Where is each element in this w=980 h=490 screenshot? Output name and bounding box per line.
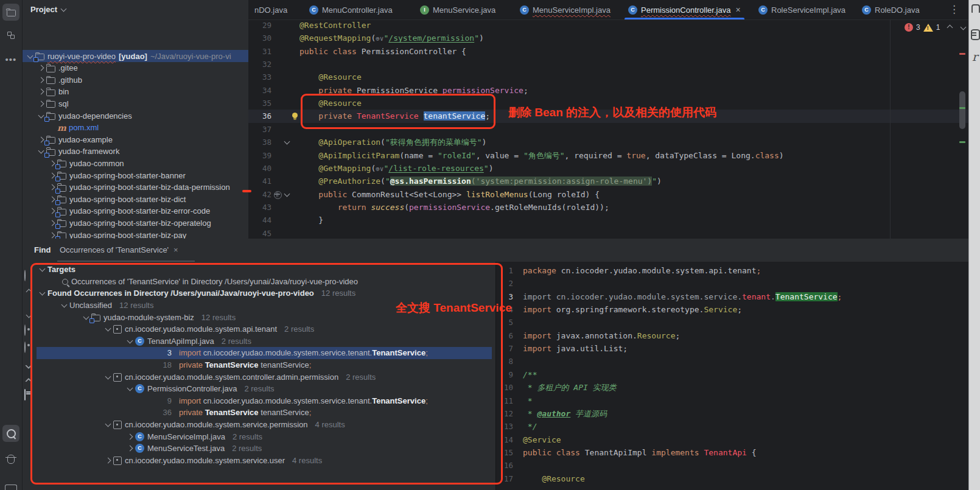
code-line-32[interactable]: 32 (248, 58, 968, 71)
code-line-41[interactable]: 41 @PreAuthorize("@ss.hasPermission('sys… (248, 175, 968, 187)
preview-line-4[interactable]: 4import org.springframework.stereotype.S… (496, 303, 969, 316)
tab-PermissionController.java[interactable]: CPermissionController.java× (623, 0, 746, 19)
find-tree-node[interactable]: cn.iocoder.yudao.module.system.service.u… (37, 455, 492, 467)
chevron-right-icon[interactable] (105, 457, 111, 463)
preview-line-1[interactable]: 1package cn.iocoder.yudao.module.system.… (496, 264, 969, 277)
tabs-overflow-icon[interactable]: ⋮ (949, 3, 959, 16)
arrow-down-icon[interactable] (24, 307, 34, 317)
close-icon[interactable]: × (735, 5, 740, 15)
code-line-43[interactable]: 43 return success(permissionService.getR… (248, 201, 968, 214)
chevron-down-icon[interactable] (40, 266, 46, 272)
project-tree-item[interactable]: sql (22, 97, 248, 110)
code-line-45[interactable]: 45 (248, 227, 968, 239)
preview-line-13[interactable]: 13 */ (496, 420, 969, 433)
editor-scrollbar-thumb[interactable] (959, 91, 965, 129)
find-result-row[interactable]: 3import cn.iocoder.yudao.module.system.s… (37, 347, 492, 359)
more-tools-button[interactable]: ••• (2, 51, 19, 68)
chevron-right-icon[interactable] (38, 100, 44, 107)
close-icon[interactable]: × (173, 245, 178, 254)
find-tree-node[interactable]: Occurrences of 'TenantService' in Direct… (37, 276, 492, 288)
code-line-44[interactable]: 44 } (248, 214, 968, 226)
chevron-down-icon[interactable] (127, 337, 133, 343)
project-tree-item[interactable]: yudao-spring-boot-starter-biz-error-code (22, 205, 248, 217)
structure-tool-button[interactable] (2, 27, 19, 44)
preview-editor[interactable]: 1package cn.iocoder.yudao.module.system.… (495, 262, 969, 490)
tab-MenuService.java[interactable]: IMenuService.java (415, 0, 500, 19)
project-tree-item[interactable]: yudao-dependencies (22, 110, 248, 122)
code-line-29[interactable]: 29@RestController (248, 19, 968, 32)
chevron-right-icon[interactable] (38, 136, 44, 142)
search-tool-button[interactable] (2, 425, 19, 442)
tab-nDO.java[interactable]: nDO.java (250, 0, 292, 19)
project-tree-item[interactable]: mpom.xml (22, 122, 248, 134)
tab-RoleDO.java[interactable]: CRoleDO.java (857, 0, 925, 19)
find-tree-node[interactable]: cn.iocoder.yudao.module.system.api.tenan… (37, 323, 492, 335)
preview-line-5[interactable]: 5 (496, 316, 969, 329)
preview-line-14[interactable]: 14@Service (496, 433, 969, 446)
find-tree-node[interactable]: CMenuServiceImpl.java2 results (37, 430, 492, 443)
find-tab[interactable]: Occurrences of 'TenantService' × (60, 245, 178, 254)
preview-line-11[interactable]: 11 * (496, 394, 969, 407)
preview-line-7[interactable]: 7import java.util.List; (496, 342, 969, 355)
code-line-40[interactable]: 40 @GetMapping(⊕∨"/list-role-resources") (248, 162, 968, 175)
chevron-right-icon[interactable] (38, 65, 44, 71)
preview-line-16[interactable]: 16 (496, 459, 969, 472)
chevron-down-icon[interactable] (27, 52, 33, 58)
code-line-34[interactable]: 34 private PermissionService permissionS… (248, 84, 968, 97)
chevron-right-icon[interactable] (49, 160, 55, 166)
chevron-right-icon[interactable] (49, 172, 55, 178)
inspections-widget[interactable]: ! 3 1 (905, 23, 965, 32)
code-line-30[interactable]: 30@RequestMapping(⊕∨"/system/permission"… (248, 32, 968, 44)
fold-icon[interactable] (284, 191, 290, 197)
chevron-right-icon[interactable] (38, 89, 44, 95)
project-tree-item[interactable]: yudao-common (22, 157, 248, 169)
find-tree-node[interactable]: cn.iocoder.yudao.module.system.controlle… (37, 371, 492, 383)
chevron-down-icon[interactable] (38, 148, 44, 154)
code-line-31[interactable]: 31public class PermissionController { (248, 45, 968, 58)
find-tree-node[interactable]: Found Occurrences in Directory /Users/yu… (37, 287, 492, 299)
find-tree-node[interactable]: CMenuServiceTest.java2 results (37, 443, 492, 455)
code-line-37[interactable]: 37 (248, 123, 968, 136)
find-tree-node[interactable]: cn.iocoder.yudao.module.system.service.p… (37, 419, 492, 431)
preview-line-3[interactable]: 3import cn.iocoder.yudao.module.system.s… (496, 290, 969, 303)
find-result-row[interactable]: 36private TenantService tenantService; (37, 407, 492, 419)
find-tree-node[interactable]: CPermissionController.java2 results (37, 383, 492, 395)
project-tree-item[interactable]: bin (22, 86, 248, 98)
project-tree-item[interactable]: yudao-framework (22, 145, 248, 158)
tab-MenuController.java[interactable]: CMenuController.java (304, 0, 397, 19)
prev-problem-icon[interactable] (947, 24, 953, 30)
project-tree-item[interactable]: .github (22, 74, 248, 86)
code-line-39[interactable]: 39 @ApiImplicitParam(name = "roleId", va… (248, 149, 968, 162)
project-panel-header[interactable]: Project (30, 5, 66, 14)
arrow-up-icon[interactable] (24, 290, 34, 299)
chevron-down-icon[interactable] (38, 112, 44, 118)
endpoint-globe-icon[interactable] (274, 191, 282, 199)
tab-MenuServiceImpl.java[interactable]: CMenuServiceImpl.java (515, 0, 615, 19)
code-line-42[interactable]: 42 public CommonResult<Set<Long>> listRo… (248, 188, 968, 201)
preview-line-17[interactable]: 17 @Resource (496, 472, 969, 485)
chevron-right-icon[interactable] (127, 433, 133, 439)
debug-tool-button[interactable] (2, 450, 19, 467)
chevron-down-icon[interactable] (105, 373, 111, 379)
fold-icon[interactable] (284, 139, 290, 145)
project-tree-item[interactable]: yudao-spring-boot-starter-biz-data-permi… (22, 181, 248, 194)
project-tree-item[interactable]: yudao-spring-boot-starter-banner (22, 169, 248, 181)
chevron-down-icon[interactable] (105, 421, 111, 427)
gear-icon[interactable] (24, 325, 34, 335)
find-tree-node[interactable]: CTenantApiImpl.java2 results (37, 335, 492, 348)
eye-icon[interactable] (24, 342, 34, 352)
project-tree-item[interactable]: yudao-spring-boot-starter-biz-dict (22, 193, 248, 205)
preview-line-15[interactable]: 15public class TenantApiImpl implements … (496, 446, 969, 459)
chevron-down-icon[interactable] (83, 313, 89, 320)
intention-bulb-icon[interactable] (292, 113, 298, 118)
preview-line-10[interactable]: 10 * 多租户的 API 实现类 (496, 381, 969, 394)
chevron-right-icon[interactable] (49, 220, 55, 226)
chevron-right-icon[interactable] (49, 232, 55, 238)
preview-line-12[interactable]: 12 * @author 芋道源码 (496, 407, 969, 420)
scrollbar-change-mark[interactable] (959, 141, 965, 143)
preview-toggle-icon[interactable] (24, 390, 34, 399)
collapse-all-icon[interactable] (24, 375, 34, 385)
tab-RoleServiceImpl.java[interactable]: CRoleServiceImpl.java (754, 0, 850, 19)
preview-line-6[interactable]: 6import javax.annotation.Resource; (496, 329, 969, 342)
preview-line-2[interactable]: 2 (496, 277, 969, 290)
